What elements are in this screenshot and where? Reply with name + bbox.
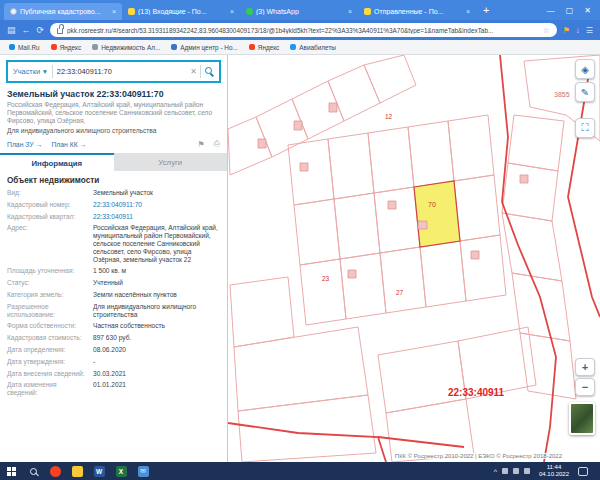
clock-date: 04.10.2022 [539,471,569,478]
tray-icon[interactable] [502,468,508,474]
tab-pkk[interactable]: Публичная кадастрово... × [4,3,122,20]
info-panel: Участки ▾ ✕ Земельный участок 22:33:0409… [0,55,228,462]
measure-button[interactable]: ✎ [575,82,595,102]
tab-whatsapp[interactable]: (3) WhatsApp × [240,3,358,20]
field-value: 30.03.2021 [93,370,220,378]
field-value: Частная собственность [93,322,220,330]
tab-information[interactable]: Информация [0,153,114,171]
bookmark-label: Mail.Ru [18,44,40,51]
bookmark-yandex[interactable]: Яндекс [51,44,82,51]
tray-icon[interactable] [513,468,519,474]
taskbar-clock[interactable]: 11:44 04.10.2022 [535,464,573,478]
quarter-boundary-line [228,423,386,462]
bookmark-avia[interactable]: Авиабилеты [290,44,336,51]
taskbar-app-browser[interactable] [44,462,66,480]
field-value: Земельный участок [93,189,220,197]
tray-icon[interactable] [524,468,530,474]
minimize-button[interactable]: — [547,6,555,15]
tab-close-icon[interactable]: × [230,8,234,15]
basemap-thumbnail[interactable] [569,402,595,435]
plan-kk-link[interactable]: План КК→ [51,141,86,148]
chevron-down-icon: ▾ [43,67,47,76]
cadastral-parcel[interactable] [294,175,500,265]
collections-flag-icon[interactable]: ⚑ [563,26,570,35]
zoom-in-button[interactable]: + [575,358,595,376]
field-row: Вид:Земельный участок [7,189,220,197]
address-field[interactable]: pkk.rosreestr.ru/#/search/53.31931189342… [50,23,557,37]
plan-zu-link[interactable]: План ЗУ→ [7,141,42,148]
taskbar-app-explorer[interactable] [66,462,88,480]
search-icon[interactable] [205,67,212,74]
search-category-label: Участки [13,67,40,76]
start-button[interactable] [0,462,22,480]
selected-parcel-number: 70 [428,201,436,208]
mail-favicon [364,8,371,15]
field-row: Дата определения:08.06.2020 [7,346,220,354]
tab-close-icon[interactable]: × [466,8,470,15]
selected-parcel[interactable] [414,181,460,247]
bookmark-yandex-2[interactable]: Яндекс [249,44,280,51]
cadastral-map-svg[interactable]: 3855 12 70 27 23 22:33:40911 [228,55,600,462]
cadastral-quarter-link[interactable]: 22:33:040911 [93,213,220,221]
menu-icon[interactable]: ☰ [586,26,593,35]
field-row: Адрес:Российская Федерация, Алтайский кр… [7,224,220,263]
clear-search-icon[interactable]: ✕ [187,67,200,76]
new-tab-button[interactable]: + [483,4,489,16]
cadastral-parcel[interactable] [288,115,494,205]
bookmark-label: Яндекс [60,44,82,51]
arrow-right-icon: → [80,141,87,148]
maximize-button[interactable]: ▢ [566,6,574,15]
yandex-browser-icon [50,466,61,477]
refresh-icon[interactable]: ⟳ [37,25,45,35]
globe-favicon [10,8,17,15]
cadastral-number-link[interactable]: 22:33:040911:70 [93,201,220,209]
cadastral-parcel[interactable] [502,115,576,399]
taskbar-search-button[interactable] [22,462,44,480]
pencil-icon: ✎ [581,87,589,98]
downloads-icon[interactable]: ↓ [576,26,580,35]
bookmark-label: Админ центр - Но... [180,44,238,51]
field-value: Российская Федерация, Алтайский край, му… [93,224,220,263]
flag-icon[interactable]: ⚑ [197,140,204,149]
extent-button[interactable]: ⛶ [575,118,595,138]
zoom-out-button[interactable]: − [575,378,595,396]
tray-expand-icon[interactable]: ^ [494,468,497,475]
tab-inbox[interactable]: (13) Входящие - По... × [122,3,240,20]
tab-close-icon[interactable]: × [112,8,116,15]
tab-close-icon[interactable]: × [348,8,352,15]
search-category-dropdown[interactable]: Участки ▾ [8,67,52,76]
field-label: Кадастровый квартал: [7,213,87,221]
layers-button[interactable]: ◈ [575,59,595,79]
cadastral-parcel[interactable] [300,235,506,325]
tab-services[interactable]: Услуги [114,153,228,171]
sidebar-toggle-icon[interactable]: ▤ [7,25,16,35]
field-value: Земли населённых пунктов [93,291,220,299]
tab-sent[interactable]: Отправленные - По... × [358,3,476,20]
word-icon: W [94,466,105,477]
bookmark-realty[interactable]: Недвижимость Ал... [92,44,160,51]
close-button[interactable]: ✕ [584,6,591,15]
system-tray: ^ 11:44 04.10.2022 [494,464,600,478]
field-value: Для индивидуального жилищного строительс… [93,303,220,319]
url-bar: ▤ ← ⟳ pkk.rosreestr.ru/#/search/53.31931… [0,20,600,40]
taskbar: W X ✉ ^ 11:44 04.10.2022 [0,462,600,480]
browser-tab-bar: Публичная кадастрово... × (13) Входящие … [0,0,600,20]
taskbar-app-excel[interactable]: X [110,462,132,480]
parcel-number-label: 23 [322,275,330,282]
cadastral-parcel[interactable] [230,277,376,462]
field-row: Дата внесения сведений:30.03.2021 [7,370,220,378]
panel-tabs: Информация Услуги [0,153,227,171]
extent-icon: ⛶ [582,122,589,134]
taskbar-app-mail[interactable]: ✉ [132,462,154,480]
taskbar-app-word[interactable]: W [88,462,110,480]
field-label: Дата внесения сведений: [7,370,87,378]
bookmark-star-icon[interactable]: ☆ [542,26,549,35]
back-icon[interactable]: ← [22,25,31,35]
search-input[interactable] [53,67,187,76]
print-icon[interactable]: ⎙ [214,139,220,149]
bookmark-admin[interactable]: Админ центр - Но... [171,44,238,51]
map-area[interactable]: 3855 12 70 27 23 22:33:40911 ◈ ✎ ⛶ + − П… [228,55,600,462]
bookmark-mailru[interactable]: Mail.Ru [9,44,40,51]
notification-center-icon[interactable] [578,467,588,476]
parcel-layer[interactable] [228,55,600,462]
